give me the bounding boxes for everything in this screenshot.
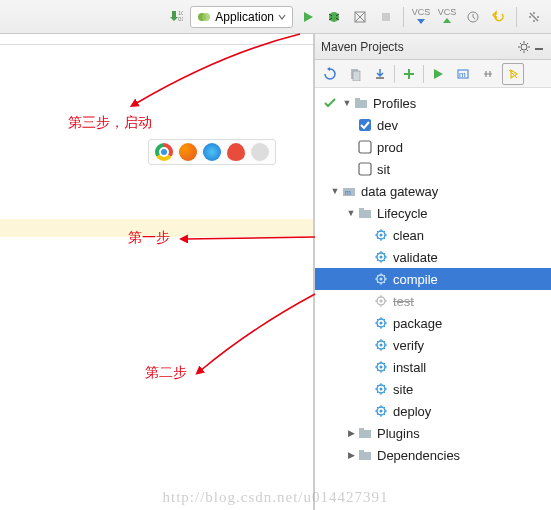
debug-button[interactable] bbox=[323, 6, 345, 28]
chevron-down-icon bbox=[278, 13, 286, 21]
svg-point-31 bbox=[380, 256, 383, 259]
svg-rect-27 bbox=[359, 208, 364, 211]
tree-node-install[interactable]: install bbox=[315, 356, 551, 378]
main-toolbar: 1001 Application VCS VCS bbox=[0, 0, 551, 34]
editor-area: 第三步，启动 第一步 第二步 bbox=[0, 34, 314, 510]
firefox-icon[interactable] bbox=[179, 143, 197, 161]
svg-point-41 bbox=[380, 366, 383, 369]
download-binary-icon[interactable]: 1001 bbox=[164, 6, 186, 28]
gear-icon bbox=[373, 227, 389, 243]
toggle-offline-icon[interactable] bbox=[477, 63, 499, 85]
generate-sources-icon[interactable] bbox=[344, 63, 366, 85]
svg-point-43 bbox=[380, 388, 383, 391]
checkbox-unchecked-icon[interactable] bbox=[357, 161, 373, 177]
checkbox-unchecked-icon[interactable] bbox=[357, 139, 373, 155]
check-tick-icon bbox=[323, 96, 337, 110]
tree-node-test[interactable]: test bbox=[315, 290, 551, 312]
svg-text:m: m bbox=[345, 189, 351, 196]
maven-panel: Maven Projects m ▼ Pr bbox=[314, 34, 551, 510]
vcs-update-button[interactable]: VCS bbox=[410, 6, 432, 28]
gear-icon bbox=[373, 359, 389, 375]
annotation-step2: 第二步 bbox=[145, 364, 187, 382]
maven-tree[interactable]: ▼ Profiles dev prod sit ▼ bbox=[315, 88, 551, 510]
run-button[interactable] bbox=[297, 6, 319, 28]
svg-rect-21 bbox=[359, 119, 371, 131]
folder-icon bbox=[357, 447, 373, 463]
tree-node-project[interactable]: ▼ m data gateway bbox=[315, 180, 551, 202]
tree-node-plugins[interactable]: ▶Plugins bbox=[315, 422, 551, 444]
checkbox-checked-icon[interactable] bbox=[357, 117, 373, 133]
vcs-commit-button[interactable]: VCS bbox=[436, 6, 458, 28]
tree-node-deploy[interactable]: deploy bbox=[315, 400, 551, 422]
opera-icon[interactable] bbox=[227, 143, 245, 161]
tree-node-site[interactable]: site bbox=[315, 378, 551, 400]
tree-node-lifecycle[interactable]: ▼ Lifecycle bbox=[315, 202, 551, 224]
stop-button[interactable] bbox=[375, 6, 397, 28]
gear-icon bbox=[373, 403, 389, 419]
folder-icon bbox=[357, 205, 373, 221]
tree-node-dependencies[interactable]: ▶Dependencies bbox=[315, 444, 551, 466]
execute-goal-icon[interactable]: m bbox=[452, 63, 474, 85]
svg-point-39 bbox=[380, 344, 383, 347]
coverage-button[interactable] bbox=[349, 6, 371, 28]
annotation-step1: 第一步 bbox=[128, 229, 170, 247]
tree-node-package[interactable]: package bbox=[315, 312, 551, 334]
expand-icon[interactable]: ▼ bbox=[345, 207, 357, 219]
run-maven-icon[interactable] bbox=[427, 63, 449, 85]
expand-icon[interactable]: ▼ bbox=[329, 185, 341, 197]
folder-icon bbox=[353, 95, 369, 111]
svg-rect-47 bbox=[359, 428, 364, 431]
settings-icon[interactable] bbox=[523, 6, 545, 28]
svg-point-29 bbox=[380, 234, 383, 237]
collapse-icon[interactable]: ▶ bbox=[345, 427, 357, 439]
application-icon bbox=[197, 10, 211, 24]
svg-point-33 bbox=[380, 278, 383, 281]
panel-minimize-icon[interactable] bbox=[533, 40, 545, 54]
safari-icon[interactable] bbox=[203, 143, 221, 161]
svg-rect-22 bbox=[359, 141, 371, 153]
svg-point-4 bbox=[329, 12, 339, 22]
tree-node-prod[interactable]: prod bbox=[315, 136, 551, 158]
svg-point-12 bbox=[521, 44, 527, 50]
skip-tests-icon[interactable] bbox=[502, 63, 524, 85]
svg-rect-15 bbox=[353, 71, 360, 81]
history-button[interactable] bbox=[462, 6, 484, 28]
gear-icon bbox=[373, 381, 389, 397]
panel-gear-icon[interactable] bbox=[517, 40, 531, 54]
tree-node-compile[interactable]: compile bbox=[315, 268, 551, 290]
tree-node-sit[interactable]: sit bbox=[315, 158, 551, 180]
download-icon[interactable] bbox=[369, 63, 391, 85]
maven-panel-title: Maven Projects bbox=[321, 40, 404, 54]
run-config-label: Application bbox=[215, 10, 274, 24]
maven-panel-header: Maven Projects bbox=[315, 34, 551, 60]
tree-node-profiles[interactable]: ▼ Profiles bbox=[315, 92, 551, 114]
svg-rect-26 bbox=[359, 210, 371, 218]
svg-rect-13 bbox=[535, 48, 543, 50]
maven-toolbar: m bbox=[315, 60, 551, 88]
add-icon[interactable] bbox=[398, 63, 420, 85]
tree-node-clean[interactable]: clean bbox=[315, 224, 551, 246]
revert-button[interactable] bbox=[488, 6, 510, 28]
svg-rect-16 bbox=[376, 77, 384, 79]
browser-icons-row bbox=[148, 139, 276, 165]
default-browser-icon[interactable] bbox=[251, 143, 269, 161]
tree-node-verify[interactable]: verify bbox=[315, 334, 551, 356]
gear-icon bbox=[373, 293, 389, 309]
collapse-icon[interactable]: ▶ bbox=[345, 449, 357, 461]
run-config-dropdown[interactable]: Application bbox=[190, 6, 293, 28]
svg-rect-23 bbox=[359, 163, 371, 175]
reimport-icon[interactable] bbox=[319, 63, 341, 85]
svg-point-3 bbox=[202, 13, 210, 21]
tree-node-dev[interactable]: dev bbox=[315, 114, 551, 136]
svg-point-35 bbox=[380, 300, 383, 303]
tree-node-validate[interactable]: validate bbox=[315, 246, 551, 268]
gear-icon bbox=[373, 315, 389, 331]
svg-rect-48 bbox=[359, 452, 371, 460]
expand-icon[interactable]: ▼ bbox=[341, 97, 353, 109]
svg-text:01: 01 bbox=[178, 16, 183, 22]
arrow-step2 bbox=[190, 289, 320, 379]
chrome-icon[interactable] bbox=[155, 143, 173, 161]
svg-point-45 bbox=[380, 410, 383, 413]
svg-rect-20 bbox=[355, 98, 360, 101]
svg-text:m: m bbox=[459, 70, 466, 79]
